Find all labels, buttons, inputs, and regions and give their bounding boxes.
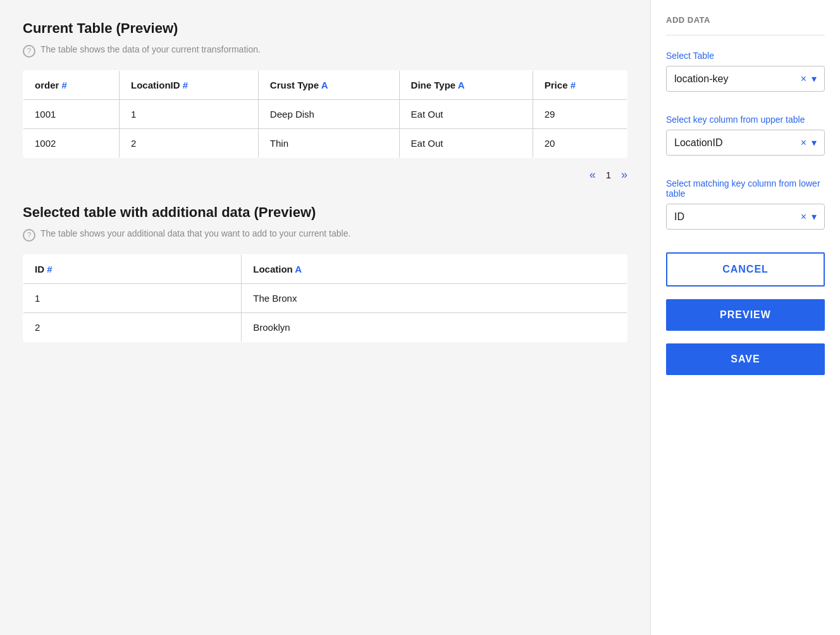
pagination: « 1 » — [23, 168, 627, 182]
col-header-locationid: LocationID # — [120, 71, 259, 100]
col-type-location: A — [295, 264, 302, 274]
col-type-id: # — [47, 264, 52, 274]
cell-location: The Bronx — [242, 284, 627, 313]
col-type-crust: A — [321, 80, 328, 90]
select-key-lower-dropdown[interactable]: ID × ▾ — [666, 204, 825, 230]
current-table-helper-text: The table shows the data of your current… — [40, 44, 261, 54]
table-row: 2 Brooklyn — [23, 313, 627, 342]
selected-table-help-icon: ? — [23, 229, 35, 242]
cell-id: 2 — [23, 313, 242, 342]
col-type-order: # — [62, 80, 67, 90]
select-key-upper-dropdown[interactable]: LocationID × ▾ — [666, 130, 825, 156]
cell-crust-type: Deep Dish — [258, 100, 399, 129]
current-table-help-icon: ? — [23, 45, 35, 58]
select-key-lower-label: Select matching key column from lower ta… — [666, 178, 825, 199]
col-header-id: ID # — [23, 255, 242, 284]
preview-button[interactable]: PREVIEW — [666, 299, 825, 331]
clear-table-icon[interactable]: × — [801, 73, 806, 85]
clear-key-lower-icon[interactable]: × — [801, 211, 806, 223]
current-page: 1 — [606, 170, 611, 180]
sidebar: ADD DATA Select Table location-key × ▾ S… — [650, 0, 840, 635]
chevron-down-lower-icon[interactable]: ▾ — [812, 211, 817, 223]
chevron-down-table-icon[interactable]: ▾ — [812, 73, 817, 85]
selected-table-title: Selected table with additional data (Pre… — [23, 204, 627, 221]
select-key-upper-section: Select key column from upper table Locat… — [666, 114, 825, 166]
selected-table-helper-row: ? The table shows your additional data t… — [23, 228, 627, 242]
cell-dine-type: Eat Out — [399, 100, 533, 129]
next-page-button[interactable]: » — [621, 168, 627, 182]
select-table-label: Select Table — [666, 51, 825, 61]
cell-price: 20 — [533, 129, 627, 158]
current-table: order # LocationID # Crust Type A Dine T… — [23, 70, 627, 158]
select-key-upper-label: Select key column from upper table — [666, 114, 825, 125]
selected-table-helper-text: The table shows your additional data tha… — [40, 228, 350, 238]
main-panel: Current Table (Preview) ? The table show… — [0, 0, 650, 635]
col-header-dine-type: Dine Type A — [399, 71, 533, 100]
select-table-value: location-key — [674, 73, 801, 85]
cell-locationid: 2 — [120, 129, 259, 158]
lower-table: ID # Location A 1 The Bronx 2 Brooklyn — [23, 254, 627, 342]
col-type-price: # — [571, 80, 576, 90]
chevron-down-upper-icon[interactable]: ▾ — [812, 137, 817, 149]
select-table-section: Select Table location-key × ▾ — [666, 51, 825, 102]
col-header-crust-type: Crust Type A — [258, 71, 399, 100]
cell-price: 29 — [533, 100, 627, 129]
save-button[interactable]: SAVE — [666, 343, 825, 375]
cancel-button[interactable]: CANCEL — [666, 252, 825, 287]
col-header-price: Price # — [533, 71, 627, 100]
table-row: 1 The Bronx — [23, 284, 627, 313]
cell-location: Brooklyn — [242, 313, 627, 342]
select-key-lower-section: Select matching key column from lower ta… — [666, 178, 825, 240]
cell-locationid: 1 — [120, 100, 259, 129]
sidebar-heading: ADD DATA — [666, 15, 825, 35]
current-table-title: Current Table (Preview) — [23, 20, 627, 37]
col-header-order: order # — [23, 71, 120, 100]
col-header-location: Location A — [242, 255, 627, 284]
prev-page-button[interactable]: « — [590, 168, 596, 182]
cell-dine-type: Eat Out — [399, 129, 533, 158]
select-key-upper-value: LocationID — [674, 137, 801, 149]
cell-crust-type: Thin — [258, 129, 399, 158]
current-table-helper-row: ? The table shows the data of your curre… — [23, 44, 627, 58]
select-table-dropdown[interactable]: location-key × ▾ — [666, 66, 825, 92]
cell-id: 1 — [23, 284, 242, 313]
table-row: 1002 2 Thin Eat Out 20 — [23, 129, 627, 158]
table-row: 1001 1 Deep Dish Eat Out 29 — [23, 100, 627, 129]
selected-table-section: Selected table with additional data (Pre… — [23, 204, 627, 342]
clear-key-upper-icon[interactable]: × — [801, 137, 806, 149]
cell-order: 1001 — [23, 100, 120, 129]
cell-order: 1002 — [23, 129, 120, 158]
select-key-lower-value: ID — [674, 211, 801, 223]
col-type-dine: A — [458, 80, 465, 90]
col-type-locationid: # — [183, 80, 188, 90]
